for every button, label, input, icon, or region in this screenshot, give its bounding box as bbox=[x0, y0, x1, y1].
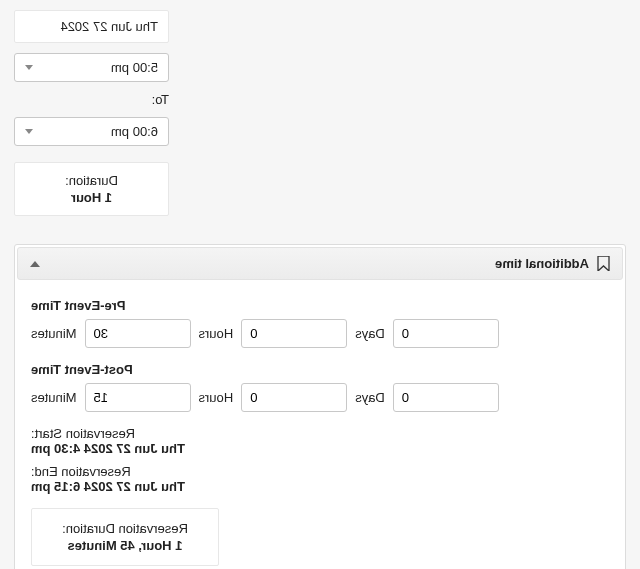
chevron-down-icon bbox=[25, 129, 33, 134]
pre-hours-input[interactable] bbox=[241, 319, 347, 348]
post-days-input[interactable] bbox=[393, 383, 499, 412]
reservation-duration-label: Reservation Duration: bbox=[44, 521, 206, 536]
bookmark-icon bbox=[597, 256, 610, 271]
from-time-value: 5:00 pm bbox=[111, 60, 158, 75]
pre-minutes-input[interactable] bbox=[85, 319, 191, 348]
reservation-start-label: Reservation Start: bbox=[31, 426, 609, 441]
post-hours-input[interactable] bbox=[241, 383, 347, 412]
pre-event-label: Pre-Event Time bbox=[31, 298, 609, 313]
chevron-down-icon bbox=[25, 65, 33, 70]
event-date-display: Thu Jun 27 2024 bbox=[14, 10, 169, 43]
to-time-select[interactable]: 6:00 pm bbox=[14, 117, 169, 146]
days-label: Days bbox=[355, 390, 385, 405]
duration-value: 1 Hour bbox=[25, 190, 158, 205]
post-minutes-input[interactable] bbox=[85, 383, 191, 412]
additional-time-header[interactable]: Additional time bbox=[17, 247, 623, 280]
post-event-label: Post-Event Time bbox=[31, 362, 609, 377]
to-label: To: bbox=[14, 92, 169, 107]
reservation-duration-value: 1 Hour, 45 Minutes bbox=[44, 538, 206, 553]
minutes-label: Minutes bbox=[31, 326, 77, 341]
reservation-duration-card: Reservation Duration: 1 Hour, 45 Minutes bbox=[31, 508, 219, 566]
panel-title: Additional time bbox=[495, 256, 589, 271]
hours-label: Hours bbox=[199, 390, 234, 405]
reservation-end-value: Thu Jun 27 2024 6:15 pm bbox=[31, 479, 609, 494]
minutes-label: Minutes bbox=[31, 390, 77, 405]
reservation-end-line: Reservation End: Thu Jun 27 2024 6:15 pm bbox=[31, 464, 609, 494]
event-date-text: Thu Jun 27 2024 bbox=[60, 19, 158, 34]
reservation-start-line: Reservation Start: Thu Jun 27 2024 4:30 … bbox=[31, 426, 609, 456]
reservation-start-value: Thu Jun 27 2024 4:30 pm bbox=[31, 441, 609, 456]
hours-label: Hours bbox=[199, 326, 234, 341]
from-time-select[interactable]: 5:00 pm bbox=[14, 53, 169, 82]
chevron-up-icon bbox=[30, 261, 40, 267]
to-time-value: 6:00 pm bbox=[111, 124, 158, 139]
additional-time-panel: Additional time Pre-Event Time Days Hour… bbox=[14, 244, 626, 569]
pre-days-input[interactable] bbox=[393, 319, 499, 348]
pre-event-row: Days Hours Minutes bbox=[31, 319, 609, 348]
duration-label: Duration: bbox=[25, 173, 158, 188]
post-event-row: Days Hours Minutes bbox=[31, 383, 609, 412]
duration-card: Duration: 1 Hour bbox=[14, 162, 169, 216]
days-label: Days bbox=[355, 326, 385, 341]
reservation-end-label: Reservation End: bbox=[31, 464, 609, 479]
